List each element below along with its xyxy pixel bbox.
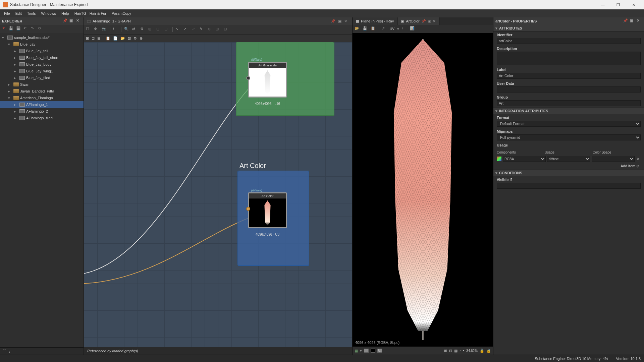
maximize-panel-icon[interactable]: ▣ bbox=[69, 18, 75, 24]
info-icon[interactable]: i bbox=[113, 27, 118, 32]
format-select[interactable]: Default Format bbox=[497, 121, 641, 127]
tree-row[interactable]: ▸AFlamingo_2 bbox=[0, 108, 84, 115]
node-art-grayscale[interactable]: (diffuse) Art Grayscale bbox=[248, 62, 287, 98]
section-conditions[interactable]: ▾ CONDITIONS bbox=[493, 170, 644, 176]
save-all-icon[interactable]: 💾 bbox=[16, 26, 21, 32]
info-icon[interactable]: i bbox=[9, 349, 10, 353]
menu-hairtg[interactable]: HairTG - Hair & Fur bbox=[72, 9, 109, 17]
close-panel-icon[interactable]: ✕ bbox=[637, 18, 642, 24]
save-icon[interactable]: 💾 bbox=[363, 26, 368, 32]
tool-icon[interactable]: ☐ bbox=[86, 27, 91, 32]
section-attributes[interactable]: ▾ ATTRIBUTES bbox=[493, 25, 644, 32]
identifier-field[interactable]: artColor bbox=[497, 38, 641, 44]
tree-row[interactable]: ▾Blue_Jay bbox=[0, 41, 84, 48]
close-tab-icon[interactable]: ✕ bbox=[344, 19, 347, 23]
2d-viewport[interactable]: 4096 x 4096 (RGBA, 8bpc) bbox=[353, 33, 493, 347]
tab-2d-view[interactable]: ▣ ArtColor 📌 ▣ ✕ bbox=[397, 17, 439, 25]
zoom-icon[interactable]: 🔍 bbox=[124, 27, 129, 32]
menu-paramcopy[interactable]: ParamCopy bbox=[109, 9, 134, 17]
dot-icon[interactable]: • bbox=[463, 349, 464, 353]
tool-icon[interactable]: 📷 bbox=[102, 27, 107, 32]
pin-icon[interactable]: 📌 bbox=[63, 18, 68, 24]
userdata-field[interactable] bbox=[497, 86, 641, 93]
tab-3d-view[interactable]: ▦ Plane (hi-res) - IRay bbox=[353, 17, 397, 25]
components-select[interactable]: RGBA bbox=[503, 156, 546, 162]
tool-icon[interactable]: ⊟ bbox=[156, 27, 162, 32]
tool-icon[interactable]: ⟋ bbox=[192, 27, 197, 32]
maximize-icon[interactable]: ▣ bbox=[428, 19, 431, 23]
tree-row[interactable]: ▸Blue_Jay_wing1 bbox=[0, 68, 84, 74]
tree-mode-icon[interactable]: ☷ bbox=[3, 349, 6, 353]
node-art-color[interactable]: (diffuse) Art Color bbox=[248, 192, 287, 228]
menu-windows[interactable]: Windows bbox=[38, 9, 59, 17]
redo-icon[interactable]: ↷ bbox=[31, 26, 36, 32]
label-field[interactable]: Art Color bbox=[497, 73, 641, 79]
tool-icon[interactable]: ⊞ bbox=[148, 27, 154, 32]
share-icon[interactable]: ↗ bbox=[382, 26, 387, 32]
tree-row[interactable]: ▸Blue_Jay_tail bbox=[0, 48, 84, 54]
refresh-icon[interactable]: ⟳ bbox=[38, 26, 44, 32]
uv-dropdown[interactable]: UV bbox=[390, 27, 394, 31]
close-panel-icon[interactable]: ✕ bbox=[76, 18, 82, 24]
tool-icon[interactable]: 🔻 bbox=[1, 26, 7, 32]
node-input-port[interactable] bbox=[246, 76, 250, 80]
pin-icon[interactable]: 📌 bbox=[623, 18, 629, 24]
tool-icon[interactable]: ✥ bbox=[94, 27, 99, 32]
tree-row[interactable]: ▸Swan bbox=[0, 81, 84, 88]
maximize-icon[interactable]: ▣ bbox=[338, 19, 341, 23]
tool-icon[interactable]: ⊡ bbox=[128, 36, 131, 41]
tool-icon[interactable]: 📋 bbox=[106, 36, 110, 41]
colorspace-select[interactable] bbox=[592, 156, 635, 162]
menu-tools[interactable]: Tools bbox=[24, 9, 39, 17]
tool-icon[interactable]: ⊡ bbox=[164, 27, 170, 32]
tool-icon[interactable]: ⇄ bbox=[132, 27, 138, 32]
maximize-panel-icon[interactable]: ▣ bbox=[630, 18, 635, 24]
channel-icon[interactable]: ▦ bbox=[355, 349, 358, 353]
group-field[interactable]: Art bbox=[497, 100, 641, 106]
tool-icon[interactable]: 📄 bbox=[113, 36, 118, 41]
tree-row[interactable]: ▸Blue_Jay_tiled bbox=[0, 74, 84, 81]
open-icon[interactable]: 📂 bbox=[355, 26, 360, 32]
tool-icon[interactable]: ⊕ bbox=[140, 36, 143, 41]
tool-icon[interactable]: ✎ bbox=[200, 27, 205, 32]
tool-icon[interactable]: ⚙ bbox=[133, 36, 137, 41]
usage-select[interactable]: diffuse bbox=[547, 156, 590, 162]
delete-row-icon[interactable]: ✕ bbox=[636, 157, 641, 161]
tool-icon[interactable]: ⊡ bbox=[224, 27, 229, 32]
tool-icon[interactable]: 📂 bbox=[120, 36, 125, 41]
section-integration[interactable]: ▾ INTEGRATION ATTRIBUTES bbox=[493, 108, 644, 114]
graph-tab[interactable]: ⬚ AFlamingo_1 - GRAPH 📌 ▣ ✕ bbox=[84, 17, 352, 25]
close-tab-icon[interactable]: ✕ bbox=[433, 19, 436, 23]
close-button[interactable]: ✕ bbox=[626, 0, 641, 9]
visibleif-field[interactable] bbox=[497, 183, 641, 189]
histogram-icon[interactable]: 📊 bbox=[410, 26, 415, 32]
tree-row[interactable]: ▸AFlamingo_tiled bbox=[0, 115, 84, 121]
tool-icon[interactable]: ⊞ bbox=[216, 27, 221, 32]
tool-icon[interactable]: ⊡ bbox=[92, 36, 95, 41]
swatch-gray[interactable] bbox=[364, 349, 369, 353]
node-input-port[interactable] bbox=[246, 207, 250, 211]
pin-icon[interactable]: 📌 bbox=[421, 19, 426, 23]
menu-help[interactable]: Help bbox=[59, 9, 72, 17]
lock-icon[interactable]: 🔒 bbox=[486, 349, 491, 353]
tree-row[interactable]: ▸AFlamingo_1 bbox=[0, 101, 84, 108]
grid-icon[interactable]: ⊞ bbox=[444, 349, 447, 353]
menu-edit[interactable]: Edit bbox=[13, 9, 24, 17]
swatch-checker[interactable] bbox=[377, 349, 382, 353]
lock-open-icon[interactable]: 🔓 bbox=[480, 349, 484, 353]
zoom-level[interactable]: 34.62% bbox=[466, 349, 478, 353]
dot-icon[interactable]: ◦ bbox=[460, 349, 461, 353]
maximize-button[interactable]: ❐ bbox=[610, 0, 626, 9]
explorer-tree[interactable]: ▾ sample_feathers.sbs* ▾Blue_Jay▸Blue_Ja… bbox=[0, 33, 84, 347]
graph-canvas[interactable]: Art Color (diffuse) Art Grayscale 4096x4… bbox=[84, 42, 352, 347]
undo-icon[interactable]: ↶ bbox=[23, 26, 29, 32]
swatch-black[interactable] bbox=[371, 349, 375, 353]
ruler-icon[interactable]: ⊡ bbox=[449, 349, 452, 353]
tool-icon[interactable]: ⊕ bbox=[208, 27, 213, 32]
tree-row[interactable]: ▸Blue_Jay_tail_short bbox=[0, 54, 84, 61]
mipmaps-select[interactable]: Full pyramid bbox=[497, 134, 641, 140]
minimize-button[interactable]: — bbox=[595, 0, 610, 9]
copy-icon[interactable]: 📋 bbox=[371, 26, 376, 32]
tool-icon[interactable]: ↘ bbox=[175, 27, 181, 32]
add-item-button[interactable]: Add Item ⊕ bbox=[493, 163, 644, 170]
